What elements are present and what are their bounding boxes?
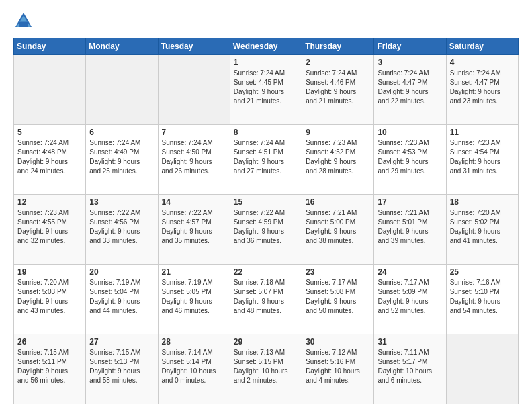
calendar-cell: 15Sunrise: 7:22 AM Sunset: 4:59 PM Dayli… xyxy=(230,195,302,265)
cell-info: Sunrise: 7:17 AM Sunset: 5:08 PM Dayligh… xyxy=(306,278,370,316)
calendar-cell: 16Sunrise: 7:21 AM Sunset: 5:00 PM Dayli… xyxy=(302,195,374,265)
day-number: 31 xyxy=(378,337,442,347)
weekday-header-saturday: Saturday xyxy=(446,38,518,55)
page: SundayMondayTuesdayWednesdayThursdayFrid… xyxy=(0,0,532,411)
calendar-cell: 26Sunrise: 7:15 AM Sunset: 5:11 PM Dayli… xyxy=(14,334,86,404)
day-number: 15 xyxy=(234,197,298,207)
calendar-cell: 5Sunrise: 7:24 AM Sunset: 4:48 PM Daylig… xyxy=(14,125,86,195)
calendar-cell: 10Sunrise: 7:23 AM Sunset: 4:53 PM Dayli… xyxy=(374,125,446,195)
calendar-cell: 20Sunrise: 7:19 AM Sunset: 5:04 PM Dayli… xyxy=(86,265,158,334)
weekday-header-friday: Friday xyxy=(374,38,446,55)
calendar-cell: 11Sunrise: 7:23 AM Sunset: 4:54 PM Dayli… xyxy=(446,125,518,195)
calendar-cell: 4Sunrise: 7:24 AM Sunset: 4:47 PM Daylig… xyxy=(446,55,518,125)
calendar-cell: 18Sunrise: 7:20 AM Sunset: 5:02 PM Dayli… xyxy=(446,195,518,265)
day-number: 23 xyxy=(306,267,370,277)
cell-info: Sunrise: 7:24 AM Sunset: 4:49 PM Dayligh… xyxy=(89,138,154,176)
week-row-2: 12Sunrise: 7:23 AM Sunset: 4:55 PM Dayli… xyxy=(14,195,519,265)
day-number: 2 xyxy=(306,58,370,67)
weekday-header-thursday: Thursday xyxy=(302,38,374,55)
day-number: 28 xyxy=(162,337,226,347)
cell-info: Sunrise: 7:22 AM Sunset: 4:59 PM Dayligh… xyxy=(234,208,298,246)
calendar-cell: 23Sunrise: 7:17 AM Sunset: 5:08 PM Dayli… xyxy=(302,265,374,334)
cell-info: Sunrise: 7:20 AM Sunset: 5:02 PM Dayligh… xyxy=(450,208,515,246)
day-number: 24 xyxy=(378,267,442,277)
day-number: 3 xyxy=(378,58,442,67)
calendar-cell: 3Sunrise: 7:24 AM Sunset: 4:47 PM Daylig… xyxy=(374,55,446,125)
day-number: 8 xyxy=(234,128,298,137)
cell-info: Sunrise: 7:12 AM Sunset: 5:16 PM Dayligh… xyxy=(306,348,370,385)
calendar-cell: 31Sunrise: 7:11 AM Sunset: 5:17 PM Dayli… xyxy=(374,334,446,404)
calendar-cell: 21Sunrise: 7:19 AM Sunset: 5:05 PM Dayli… xyxy=(158,265,230,334)
calendar-cell: 22Sunrise: 7:18 AM Sunset: 5:07 PM Dayli… xyxy=(230,265,302,334)
cell-info: Sunrise: 7:11 AM Sunset: 5:17 PM Dayligh… xyxy=(378,348,442,385)
day-number: 18 xyxy=(450,197,515,207)
day-number: 27 xyxy=(89,337,154,347)
calendar-cell: 25Sunrise: 7:16 AM Sunset: 5:10 PM Dayli… xyxy=(446,265,518,334)
cell-info: Sunrise: 7:24 AM Sunset: 4:48 PM Dayligh… xyxy=(17,138,82,176)
week-row-1: 5Sunrise: 7:24 AM Sunset: 4:48 PM Daylig… xyxy=(14,125,519,195)
weekday-header-row: SundayMondayTuesdayWednesdayThursdayFrid… xyxy=(14,38,519,55)
cell-info: Sunrise: 7:24 AM Sunset: 4:45 PM Dayligh… xyxy=(234,68,298,106)
day-number: 13 xyxy=(89,197,154,207)
day-number: 16 xyxy=(306,197,370,207)
cell-info: Sunrise: 7:23 AM Sunset: 4:52 PM Dayligh… xyxy=(306,138,370,176)
svg-rect-2 xyxy=(19,22,28,28)
cell-info: Sunrise: 7:17 AM Sunset: 5:09 PM Dayligh… xyxy=(378,278,442,316)
calendar-cell: 6Sunrise: 7:24 AM Sunset: 4:49 PM Daylig… xyxy=(86,125,158,195)
cell-info: Sunrise: 7:24 AM Sunset: 4:47 PM Dayligh… xyxy=(450,68,515,106)
calendar-cell: 19Sunrise: 7:20 AM Sunset: 5:03 PM Dayli… xyxy=(14,265,86,334)
logo xyxy=(13,11,38,31)
header xyxy=(13,11,519,31)
calendar-cell xyxy=(158,55,230,125)
weekday-header-sunday: Sunday xyxy=(14,38,86,55)
day-number: 29 xyxy=(234,337,298,347)
day-number: 10 xyxy=(378,128,442,137)
day-number: 12 xyxy=(17,197,82,207)
cell-info: Sunrise: 7:16 AM Sunset: 5:10 PM Dayligh… xyxy=(450,278,515,316)
calendar-cell xyxy=(86,55,158,125)
cell-info: Sunrise: 7:24 AM Sunset: 4:51 PM Dayligh… xyxy=(234,138,298,176)
cell-info: Sunrise: 7:15 AM Sunset: 5:13 PM Dayligh… xyxy=(89,348,154,385)
cell-info: Sunrise: 7:21 AM Sunset: 5:00 PM Dayligh… xyxy=(306,208,370,246)
day-number: 1 xyxy=(234,58,298,67)
day-number: 9 xyxy=(306,128,370,137)
cell-info: Sunrise: 7:18 AM Sunset: 5:07 PM Dayligh… xyxy=(234,278,298,316)
cell-info: Sunrise: 7:21 AM Sunset: 5:01 PM Dayligh… xyxy=(378,208,442,246)
calendar-cell xyxy=(14,55,86,125)
logo-icon xyxy=(13,11,34,31)
day-number: 21 xyxy=(162,267,226,277)
cell-info: Sunrise: 7:15 AM Sunset: 5:11 PM Dayligh… xyxy=(17,348,82,385)
calendar-cell: 12Sunrise: 7:23 AM Sunset: 4:55 PM Dayli… xyxy=(14,195,86,265)
day-number: 25 xyxy=(450,267,515,277)
cell-info: Sunrise: 7:19 AM Sunset: 5:04 PM Dayligh… xyxy=(89,278,154,316)
cell-info: Sunrise: 7:24 AM Sunset: 4:50 PM Dayligh… xyxy=(162,138,226,176)
day-number: 26 xyxy=(17,337,82,347)
day-number: 7 xyxy=(162,128,226,137)
cell-info: Sunrise: 7:24 AM Sunset: 4:47 PM Dayligh… xyxy=(378,68,442,106)
calendar-cell: 28Sunrise: 7:14 AM Sunset: 5:14 PM Dayli… xyxy=(158,334,230,404)
calendar-cell xyxy=(446,334,518,404)
weekday-header-monday: Monday xyxy=(86,38,158,55)
day-number: 11 xyxy=(450,128,515,137)
cell-info: Sunrise: 7:13 AM Sunset: 5:15 PM Dayligh… xyxy=(234,348,298,385)
calendar-cell: 30Sunrise: 7:12 AM Sunset: 5:16 PM Dayli… xyxy=(302,334,374,404)
cell-info: Sunrise: 7:20 AM Sunset: 5:03 PM Dayligh… xyxy=(17,278,82,316)
cell-info: Sunrise: 7:19 AM Sunset: 5:05 PM Dayligh… xyxy=(162,278,226,316)
calendar-cell: 29Sunrise: 7:13 AM Sunset: 5:15 PM Dayli… xyxy=(230,334,302,404)
calendar-cell: 9Sunrise: 7:23 AM Sunset: 4:52 PM Daylig… xyxy=(302,125,374,195)
cell-info: Sunrise: 7:23 AM Sunset: 4:55 PM Dayligh… xyxy=(17,208,82,246)
calendar-cell: 2Sunrise: 7:24 AM Sunset: 4:46 PM Daylig… xyxy=(302,55,374,125)
week-row-0: 1Sunrise: 7:24 AM Sunset: 4:45 PM Daylig… xyxy=(14,55,519,125)
weekday-header-tuesday: Tuesday xyxy=(158,38,230,55)
weekday-header-wednesday: Wednesday xyxy=(230,38,302,55)
day-number: 4 xyxy=(450,58,515,67)
calendar-cell: 7Sunrise: 7:24 AM Sunset: 4:50 PM Daylig… xyxy=(158,125,230,195)
day-number: 14 xyxy=(162,197,226,207)
calendar-cell: 24Sunrise: 7:17 AM Sunset: 5:09 PM Dayli… xyxy=(374,265,446,334)
calendar-cell: 13Sunrise: 7:22 AM Sunset: 4:56 PM Dayli… xyxy=(86,195,158,265)
cell-info: Sunrise: 7:14 AM Sunset: 5:14 PM Dayligh… xyxy=(162,348,226,385)
week-row-4: 26Sunrise: 7:15 AM Sunset: 5:11 PM Dayli… xyxy=(14,334,519,404)
calendar-cell: 27Sunrise: 7:15 AM Sunset: 5:13 PM Dayli… xyxy=(86,334,158,404)
day-number: 17 xyxy=(378,197,442,207)
day-number: 6 xyxy=(89,128,154,137)
